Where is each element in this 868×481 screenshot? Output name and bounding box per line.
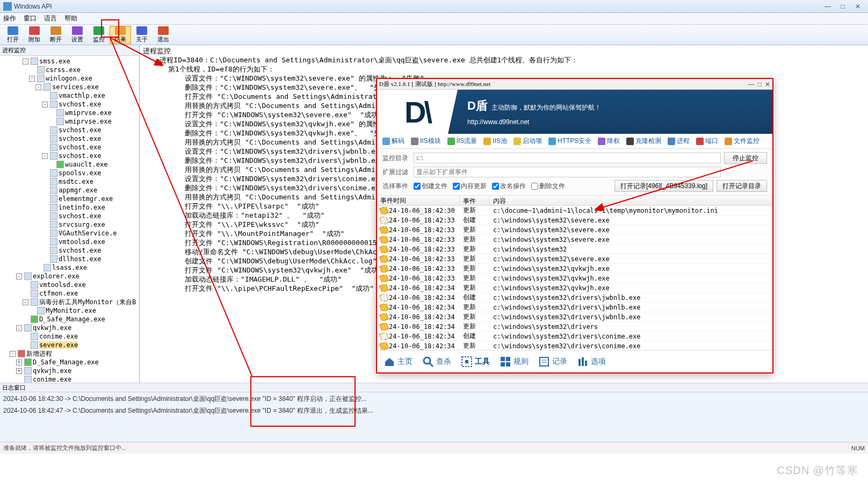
process-tree-pane[interactable]: 进程监控 -smss.execsrss.exe-winlogon.exe-ser… xyxy=(0,45,140,383)
event-row[interactable]: 24-10-06_18:42:33更新c:\windows\system32\s… xyxy=(377,225,772,235)
tree-item[interactable]: lsass.exe xyxy=(3,263,138,272)
expand-icon[interactable]: + xyxy=(16,360,22,365)
dshield-tab-0[interactable]: 解码 xyxy=(382,137,404,146)
event-row[interactable]: 24-10-06_18:42:34更新c:\windows\system32\d… xyxy=(377,341,772,350)
filter-cb-1[interactable]: 内容更新 xyxy=(453,182,487,191)
event-row[interactable]: 24-10-06_18:42:34更新c:\windows\system32\d… xyxy=(377,312,772,322)
dshield-tab-2[interactable]: IIS流量 xyxy=(447,137,478,146)
bottom-nav-记录[interactable]: 记录 xyxy=(538,356,567,368)
dshield-tab-6[interactable]: 降权 xyxy=(598,137,620,146)
dshield-table[interactable]: 24-10-06_18:42:30更新c:\docume~1\admini~1\… xyxy=(377,206,772,350)
tree-item[interactable]: spoolsv.exe xyxy=(3,169,138,177)
close-button[interactable]: ✕ xyxy=(851,2,865,11)
bottom-nav-选项[interactable]: 选项 xyxy=(577,356,606,368)
bottom-nav-规则[interactable]: 规则 xyxy=(500,356,529,368)
tree-item[interactable]: wmiprvse.exe xyxy=(3,117,138,126)
tree-item[interactable]: svchost.exe xyxy=(3,246,138,255)
process-tree[interactable]: -smss.execsrss.exe-winlogon.exe-services… xyxy=(0,56,139,383)
tree-item[interactable]: ctfmon.exe xyxy=(3,289,138,298)
dshield-tab-4[interactable]: 启动项 xyxy=(513,137,542,146)
event-row[interactable]: 24-10-06_18:42:34更新c:\windows\system32\q… xyxy=(377,283,772,293)
ext-input[interactable] xyxy=(414,167,721,177)
expand-icon[interactable]: - xyxy=(35,84,41,90)
tree-item[interactable]: +qvkwjh.exe xyxy=(3,367,138,375)
tree-item[interactable]: -winlogon.exe xyxy=(3,74,138,83)
expand-icon[interactable]: - xyxy=(23,299,28,305)
dshield-tab-10[interactable]: 文件监控 xyxy=(725,137,760,146)
event-row[interactable]: 24-10-06_18:42:33创建c:\windows\system32\s… xyxy=(377,216,772,225)
event-row[interactable]: 24-10-06_18:42:30更新c:\docume~1\admini~1\… xyxy=(377,206,772,216)
event-row[interactable]: 24-10-06_18:42:34更新c:\windows\system32\d… xyxy=(377,322,772,332)
tree-item[interactable]: vmtoolsd.exe xyxy=(3,281,138,289)
log-area[interactable]: 2024-10-06 18:42:30 -> C:\Documents and … xyxy=(0,392,868,442)
menu-操作[interactable]: 操作 xyxy=(3,14,16,23)
tree-item[interactable]: wuauclt.exe xyxy=(3,160,138,169)
tree-item[interactable]: wmiprvse.exe xyxy=(3,109,138,117)
result-button[interactable]: 结果 xyxy=(110,26,131,44)
tree-item[interactable]: -qvkwjh.exe xyxy=(3,324,138,332)
tree-item[interactable]: -svchost.exe xyxy=(3,100,138,109)
tree-item[interactable]: vmacthlp.exe xyxy=(3,91,138,100)
tree-item[interactable]: svchost.exe xyxy=(3,134,138,143)
expand-icon[interactable]: - xyxy=(10,351,16,357)
col-event[interactable]: 事件 xyxy=(460,196,490,205)
tree-item[interactable]: +D_Safe_Manage.exe xyxy=(3,358,138,367)
settings-button[interactable]: 设置 xyxy=(67,26,88,44)
col-content[interactable]: 内容 xyxy=(490,196,772,205)
tree-item[interactable]: VGAuthService.e xyxy=(3,229,138,238)
dshield-tab-7[interactable]: 克隆检测 xyxy=(626,137,661,146)
stop-monitor-button[interactable]: 停止监控 xyxy=(724,152,767,164)
tree-item[interactable]: elementmgr.exe xyxy=(3,195,138,203)
about-button[interactable]: 关于 xyxy=(131,26,153,44)
dshield-titlebar[interactable]: D盾 v2.1.8.1 [ 测试版 ] http://www.d99net.ne… xyxy=(377,79,772,90)
col-time[interactable]: 事件时间 xyxy=(377,196,460,205)
bottom-nav-主页[interactable]: 主页 xyxy=(384,356,413,368)
dshield-window[interactable]: D盾 v2.1.8.1 [ 测试版 ] http://www.d99net.ne… xyxy=(376,78,773,374)
tree-item[interactable]: D_Safe_Manage.exe xyxy=(3,315,138,324)
filter-cb-3[interactable]: 删除文件 xyxy=(531,182,565,191)
dshield-tab-9[interactable]: 端口 xyxy=(696,137,718,146)
minimize-button[interactable]: — xyxy=(821,2,835,11)
menu-窗口[interactable]: 窗口 xyxy=(24,14,37,23)
expand-icon[interactable]: - xyxy=(42,153,48,159)
dshield-tab-1[interactable]: IIS模块 xyxy=(411,137,441,146)
expand-icon[interactable]: - xyxy=(23,59,28,64)
tree-item[interactable]: conime.exe xyxy=(3,375,138,383)
event-row[interactable]: 24-10-06_18:42:33更新c:\windows\system32 xyxy=(377,245,772,254)
event-row[interactable]: 24-10-06_18:42:34创建c:\windows\system32\d… xyxy=(377,293,772,303)
dshield-close[interactable]: ✕ xyxy=(765,81,770,88)
bottom-nav-工具[interactable]: 工具 xyxy=(461,356,490,368)
tree-item[interactable]: svchost.exe xyxy=(3,212,138,220)
tree-item[interactable]: vmtoolsd.exe xyxy=(3,238,138,246)
expand-icon[interactable]: - xyxy=(16,325,22,331)
open-button[interactable]: 打开 xyxy=(2,26,24,44)
disconnect-button[interactable]: 断开 xyxy=(45,26,67,44)
event-row[interactable]: 24-10-06_18:42:34更新c:\windows\system32\d… xyxy=(377,303,772,312)
expand-icon[interactable]: + xyxy=(16,368,22,374)
titlebar[interactable]: Windows API — □ ✕ xyxy=(0,0,868,13)
tree-item[interactable]: severe.exe xyxy=(3,341,138,349)
exit-button[interactable]: 退出 xyxy=(153,26,174,44)
tree-item[interactable]: -病毒分析工具MyMonitor（来自B xyxy=(3,298,138,306)
tree-item[interactable]: -services.exe xyxy=(3,83,138,91)
tree-item[interactable]: inetinfo.exe xyxy=(3,203,138,212)
tree-item[interactable]: -新增进程 xyxy=(3,349,138,358)
tree-item[interactable]: -svchost.exe xyxy=(3,152,138,160)
tree-item[interactable]: -smss.exe xyxy=(3,57,138,66)
monitor-button[interactable]: 监控 xyxy=(88,26,110,44)
dshield-minimize[interactable]: — xyxy=(748,81,755,88)
dshield-tab-5[interactable]: HTTPS安全 xyxy=(548,137,591,146)
tree-item[interactable]: msdtc.exe xyxy=(3,177,138,186)
tree-item[interactable]: MyMonitor.exe xyxy=(3,306,138,315)
dshield-tab-8[interactable]: 进程 xyxy=(668,137,690,146)
tree-item[interactable]: -explorer.exe xyxy=(3,272,138,281)
menu-帮助[interactable]: 帮助 xyxy=(64,14,77,23)
tree-item[interactable]: dllhost.exe xyxy=(3,255,138,263)
expand-icon[interactable]: - xyxy=(29,76,35,82)
dshield-maximize[interactable]: □ xyxy=(758,81,762,88)
event-row[interactable]: 24-10-06_18:42:33更新c:\windows\system32\q… xyxy=(377,264,772,274)
expand-icon[interactable]: - xyxy=(42,102,48,107)
event-row[interactable]: 24-10-06_18:42:33更新c:\windows\system32\q… xyxy=(377,274,772,283)
open-log-button[interactable]: 打开记录[496][_4B945339.log] xyxy=(614,180,713,192)
bottom-nav-查杀[interactable]: 查杀 xyxy=(422,356,451,368)
